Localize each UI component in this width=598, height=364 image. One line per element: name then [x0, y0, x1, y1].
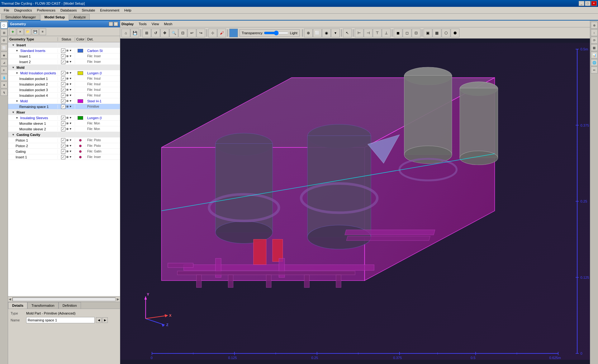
- measure-btn2[interactable]: ⊣: [364, 29, 373, 37]
- arrow-insert1[interactable]: ▼: [69, 55, 72, 58]
- measure-btn4[interactable]: ⊥: [382, 29, 391, 37]
- zoom-btn[interactable]: 🔍: [169, 29, 178, 37]
- eye-mip[interactable]: 👁: [66, 71, 69, 75]
- geometry-btn2[interactable]: ✕: [17, 28, 24, 35]
- zoom-region-btn[interactable]: ⊡: [178, 29, 187, 37]
- menu-environment[interactable]: Environment: [97, 8, 122, 13]
- redo-btn[interactable]: ↪: [197, 29, 205, 37]
- sidebar-mesh-icon[interactable]: ⊞: [1, 29, 7, 36]
- row-mold-insulation-pockets[interactable]: ▼ Mold Insulation pockets ✓ 👁 ▼ Lungen (…: [8, 70, 120, 76]
- mirror-left-btn[interactable]: ◀: [96, 317, 102, 323]
- right-icon-globe[interactable]: 🌐: [591, 59, 598, 66]
- right-icon-layers[interactable]: ▦: [591, 44, 598, 51]
- sidebar-numerics-icon[interactable]: ≡: [1, 67, 7, 73]
- save-view-btn[interactable]: 💾: [131, 29, 139, 37]
- select-btn[interactable]: ⊹: [208, 29, 217, 37]
- right-icon-crosshair[interactable]: ⊕: [591, 22, 598, 29]
- tab-simulation-manager[interactable]: Simulation Manager: [1, 14, 40, 20]
- fit-all-btn[interactable]: ⊞: [142, 29, 151, 37]
- eye-insert1[interactable]: 👁: [66, 54, 69, 58]
- row-insert-cast[interactable]: Insert 1 ✓ 👁 ▼ File: Inser: [8, 154, 120, 160]
- arrow-mip[interactable]: ▼: [69, 72, 72, 74]
- tab-transformation[interactable]: Transformation: [27, 302, 59, 309]
- row-insulation4[interactable]: Insulation pocket 4 ✓ 👁 ▼ File: Insul: [8, 93, 120, 98]
- menu-mesh[interactable]: Mesh: [161, 21, 175, 26]
- row-insulation2[interactable]: Insulation pocket 2 ✓ 👁 ▼ File: Insul: [8, 82, 120, 87]
- row-insulation1[interactable]: Insulation pocket 1 ✓ 👁 ▼ File: Insul: [8, 76, 120, 82]
- right-icon-scroll[interactable]: ↕: [591, 29, 598, 36]
- check-insert1[interactable]: ✓: [61, 54, 65, 58]
- row-gating[interactable]: Gating ✓ 👁 ▼ File: Gatin: [8, 149, 120, 154]
- add-geometry-button[interactable]: +: [9, 28, 16, 35]
- sidebar-probes-icon[interactable]: ✦: [1, 82, 7, 88]
- menu-help[interactable]: Help: [122, 8, 134, 13]
- check-insert2[interactable]: ✓: [61, 60, 65, 64]
- group-casting[interactable]: ▼ Casting Cavity: [8, 132, 120, 138]
- menu-tools[interactable]: Tools: [136, 21, 149, 26]
- clip-y-btn[interactable]: ▦: [433, 29, 441, 37]
- tab-definition[interactable]: Definition: [59, 302, 81, 309]
- group-mold[interactable]: ▼ Mold: [8, 65, 120, 70]
- orbit-btn[interactable]: ◉: [322, 29, 331, 37]
- clip-z-btn[interactable]: ⬡: [442, 29, 450, 37]
- row-monolite2[interactable]: Monolite sleeve 2 ✓ 👁 ▼ File: Mon: [8, 126, 120, 132]
- right-icon-chart[interactable]: 📊: [591, 52, 598, 58]
- sidebar-sources-icon[interactable]: ↯: [1, 89, 7, 96]
- check-standard-inserts[interactable]: ✓: [61, 49, 65, 53]
- row-monolite1[interactable]: Monolite sleeve 1 ✓ 👁 ▼ File: Mon: [8, 121, 120, 126]
- sidebar-geometry-icon[interactable]: ⬡: [1, 22, 7, 29]
- geometry-btn5[interactable]: ≡: [39, 28, 46, 35]
- axis-control-btn[interactable]: ⊕: [304, 29, 313, 37]
- measure-btn1[interactable]: ⊢: [355, 29, 363, 37]
- name-input[interactable]: [26, 317, 95, 323]
- rotate-btn[interactable]: ↺: [151, 29, 160, 37]
- geometry-btn4[interactable]: 💾: [32, 28, 39, 35]
- row-insulating-sleeves[interactable]: ▼ Insulating Sleeves ✓ 👁 ▼ Lungen (I: [8, 115, 120, 121]
- tab-model-setup[interactable]: Model Setup: [40, 14, 69, 21]
- group-insert[interactable]: ▼ Insert: [8, 42, 120, 48]
- wireframe-btn[interactable]: ◻: [403, 29, 411, 37]
- row-standard-inserts[interactable]: ▼ Standard Inserts ✓ 👁 ▼ Carbon St: [8, 48, 120, 54]
- panel-close-btn[interactable]: ✕: [114, 22, 118, 26]
- row-mold-sub[interactable]: ▼ Mold ✓ 👁 ▼ Steel H-1: [8, 98, 120, 104]
- view-cube-btn[interactable]: ⬜: [313, 29, 322, 37]
- scroll-track[interactable]: [12, 297, 116, 301]
- close-button[interactable]: ✕: [591, 1, 597, 6]
- minimize-button[interactable]: _: [579, 1, 584, 6]
- menu-view[interactable]: View: [149, 21, 162, 26]
- view-option-btn[interactable]: ▾: [331, 29, 340, 37]
- row-piston2[interactable]: Piston 2 ✓ 👁 ▼ File: Pisto: [8, 143, 120, 149]
- eye-standard-inserts[interactable]: 👁: [66, 49, 69, 53]
- paint-btn[interactable]: 🖌: [217, 29, 226, 37]
- menu-preferences[interactable]: Preferences: [35, 8, 58, 13]
- shaded-btn[interactable]: ◼: [394, 29, 402, 37]
- menu-diagnostics[interactable]: Diagnostics: [12, 8, 35, 13]
- row-remaining-space-1[interactable]: Remaining space 1 ✓ 👁 ▼ Primitive: [8, 104, 120, 110]
- maximize-button[interactable]: □: [585, 1, 591, 6]
- clip-x-btn[interactable]: ▣: [424, 29, 432, 37]
- sidebar-physics-icon[interactable]: ⚙: [1, 37, 7, 44]
- scroll-right-btn[interactable]: ▶: [116, 297, 120, 301]
- pan-btn[interactable]: ✥: [160, 29, 169, 37]
- sidebar-fluids-icon[interactable]: 💧: [1, 74, 7, 81]
- menu-databases[interactable]: Databases: [58, 8, 79, 13]
- row-insert1[interactable]: Insert 1 ✓ 👁 ▼ File: Inser: [8, 54, 120, 59]
- scroll-left-btn[interactable]: ◀: [8, 297, 12, 301]
- sidebar-initial-icon[interactable]: ◈: [1, 52, 7, 58]
- viewport-3d[interactable]: Z X Y 0 0.125 0.25: [120, 39, 590, 364]
- row-insulation3[interactable]: Insulation pocket 3 ✓ 👁 ▼ File: Insul: [8, 87, 120, 93]
- arrow-standard-inserts[interactable]: ▼: [69, 49, 72, 52]
- transparency-slider[interactable]: [264, 31, 289, 35]
- row-piston1[interactable]: Piston 1 ✓ 👁 ▼ File: Pisto: [8, 138, 120, 143]
- tree-scrollbar[interactable]: ◀ ▶: [8, 296, 120, 302]
- menu-simulate[interactable]: Simulate: [79, 8, 98, 13]
- tab-details[interactable]: Details: [8, 302, 27, 309]
- sidebar-boundaries-icon[interactable]: ⬜: [1, 44, 7, 51]
- home-view-btn[interactable]: ⌂: [121, 29, 130, 37]
- geometry-btn3[interactable]: 📁: [24, 28, 31, 35]
- undo-btn[interactable]: ↩: [187, 29, 196, 37]
- eye-insert2[interactable]: 👁: [66, 60, 69, 64]
- panel-minimize-btn[interactable]: _: [109, 22, 113, 26]
- check-mip[interactable]: ✓: [61, 71, 65, 75]
- mirror-right-btn[interactable]: ▶: [102, 317, 108, 323]
